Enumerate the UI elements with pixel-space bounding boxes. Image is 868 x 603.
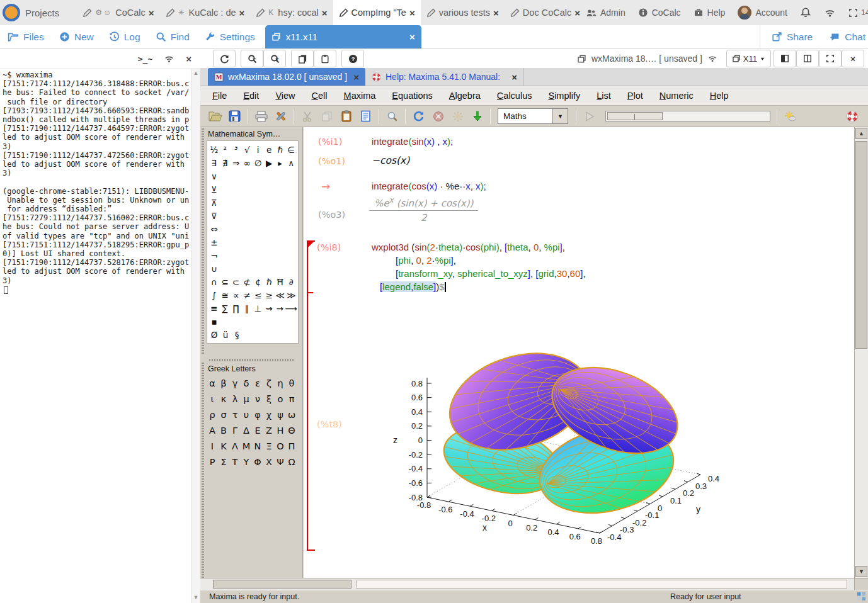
math-symbol-6[interactable]: Ħ xyxy=(275,275,286,288)
math-symbol-0[interactable]: ∃ xyxy=(208,156,220,169)
greek-letter-6[interactable]: ο xyxy=(275,391,286,407)
slider-thumb[interactable] xyxy=(607,112,663,120)
greek-letter-2[interactable]: Τ xyxy=(229,454,241,470)
animation-slider[interactable] xyxy=(605,111,770,121)
close-icon[interactable]: × xyxy=(149,8,154,18)
close-icon[interactable]: × xyxy=(511,72,517,82)
math-symbol-0[interactable]: ▪ xyxy=(208,315,220,328)
math-symbol-4[interactable]: ⇔ xyxy=(208,222,220,235)
greek-letter-7[interactable]: π xyxy=(286,391,297,407)
greek-letter-3[interactable]: Υ xyxy=(241,454,252,470)
files-button[interactable]: Files xyxy=(0,25,52,48)
greek-letter-4[interactable]: ν xyxy=(252,391,263,407)
greek-letter-5[interactable]: χ xyxy=(263,407,275,422)
math-symbol-5[interactable]: ± xyxy=(208,235,220,249)
greek-letter-3[interactable]: Δ xyxy=(241,422,252,438)
scrollbar-trough[interactable] xyxy=(356,580,847,589)
math-symbol-5[interactable]: ⇝ xyxy=(263,302,274,315)
evaluate-restart-button[interactable] xyxy=(409,108,428,125)
chevron-down-icon[interactable]: ▼ xyxy=(553,108,568,124)
menu-11[interactable]: Numeric xyxy=(651,88,702,103)
code-input[interactable]: integrate(sin(x) , x); xyxy=(372,136,453,147)
greek-letter-2[interactable]: γ xyxy=(229,375,241,391)
paste-button[interactable] xyxy=(336,108,356,125)
scrollbar-thumb[interactable] xyxy=(213,580,351,589)
math-symbol-6[interactable]: ≪ xyxy=(275,288,286,302)
account-button[interactable]: Account xyxy=(738,6,787,20)
math-symbol-3[interactable]: √ xyxy=(242,143,253,156)
code-input[interactable]: integrate(cos(x) · %e··x, x); xyxy=(372,181,486,191)
math-symbol-0[interactable]: ∨ xyxy=(208,169,220,183)
greek-letter-4[interactable]: φ xyxy=(252,407,263,422)
wifi-icon[interactable] xyxy=(164,54,174,64)
math-symbol-2[interactable]: ⊂ xyxy=(231,275,242,288)
close-icon[interactable]: × xyxy=(239,8,245,18)
projects-button[interactable]: Projects xyxy=(25,8,59,18)
math-symbol-7[interactable]: ∪ xyxy=(208,262,220,275)
copy-button[interactable] xyxy=(317,108,336,125)
evaluate-all-button[interactable] xyxy=(467,108,487,125)
help-button[interactable] xyxy=(842,108,862,125)
greek-letter-4[interactable]: Ε xyxy=(252,422,263,438)
terminal-panel[interactable]: ~$ wxmaxima[7151:7174:1112/144736.318488… xyxy=(0,68,200,603)
greek-letter-0[interactable]: α xyxy=(207,375,218,391)
close-icon[interactable]: × xyxy=(574,8,580,18)
wm-tab-wxmaxima[interactable]: wxMaxima 18.02.0 [ unsaved ] × xyxy=(208,68,365,86)
select-all-button[interactable] xyxy=(356,108,375,125)
math-symbol-7[interactable]: ⟶ xyxy=(285,302,297,315)
follow-button[interactable] xyxy=(448,108,467,125)
math-symbol-0[interactable]: Ø xyxy=(208,328,220,341)
refresh-button[interactable] xyxy=(213,50,236,67)
math-symbol-5[interactable]: ℏ xyxy=(264,275,275,288)
new-button[interactable]: New xyxy=(52,25,101,48)
greek-letter-4[interactable]: ε xyxy=(252,375,263,391)
math-symbol-2[interactable]: ⊼ xyxy=(208,196,220,209)
wizard-button[interactable] xyxy=(780,108,800,125)
greek-letter-0[interactable]: Α xyxy=(207,422,218,438)
x11-app-dropdown[interactable]: X11 xyxy=(726,50,771,67)
math-symbol-2[interactable]: ∝ xyxy=(231,288,242,302)
cell-bracket[interactable] xyxy=(307,240,315,551)
math-symbol-6[interactable]: ▸ xyxy=(275,156,286,169)
interrupt-button[interactable] xyxy=(428,108,448,125)
menu-6[interactable]: Algebra xyxy=(441,88,489,103)
math-symbol-6[interactable]: → xyxy=(275,302,285,315)
menu-4[interactable]: Maxima xyxy=(336,88,384,103)
wxplot3d-output[interactable]: 0.80.60.40.20-0.2-0.4-0.6-0.8 -0.8-0.6-0… xyxy=(378,341,731,549)
menu-5[interactable]: Equations xyxy=(384,88,441,103)
code-input-line[interactable]: wxplot3d (sin(2·theta)·cos(phi), [theta,… xyxy=(372,242,565,252)
scroll-down-icon[interactable]: ▼ xyxy=(855,566,867,577)
math-symbol-0[interactable]: ≡ xyxy=(208,302,219,315)
menu-7[interactable]: Calculus xyxy=(489,88,540,103)
pane-grip[interactable] xyxy=(202,128,204,354)
math-symbol-1[interactable]: ⊻ xyxy=(208,183,220,196)
math-symbol-7[interactable]: ∈ xyxy=(286,143,297,156)
terminal-output[interactable]: ~$ wxmaxima[7151:7174:1112/144736.318488… xyxy=(3,70,190,603)
greek-letter-0[interactable]: Ρ xyxy=(207,454,218,470)
menu-3[interactable]: Cell xyxy=(304,88,336,103)
greek-letter-6[interactable]: ψ xyxy=(275,407,286,422)
menu-9[interactable]: List xyxy=(588,88,619,103)
greek-letter-4[interactable]: Ν xyxy=(252,438,263,454)
mode-select[interactable]: Maths ▼ xyxy=(498,108,568,124)
file-tab-x11[interactable]: x11.x11 × xyxy=(265,25,421,48)
scroll-down-icon[interactable]: ▼ xyxy=(191,594,200,600)
copy-button[interactable] xyxy=(291,50,314,67)
math-symbol-3[interactable]: ≠ xyxy=(242,288,253,302)
greek-letter-5[interactable]: Ζ xyxy=(263,422,275,438)
cocalc-logo-icon[interactable] xyxy=(3,4,20,21)
math-symbol-3[interactable]: ∞ xyxy=(242,156,253,169)
math-symbol-1[interactable]: ü xyxy=(220,328,231,341)
math-symbol-5[interactable]: e xyxy=(264,143,275,156)
worksheet-vertical-scrollbar[interactable]: ▲ ▼ xyxy=(854,127,868,578)
math-symbol-4[interactable]: ∅ xyxy=(253,156,264,169)
wm-tab-help-manual[interactable]: Help: Maxima 5.41.0 Manual: × xyxy=(365,68,524,86)
math-symbol-0[interactable]: ∫ xyxy=(208,288,220,302)
close-icon[interactable]: × xyxy=(186,54,191,64)
greek-letter-5[interactable]: ξ xyxy=(263,391,275,407)
close-icon[interactable]: × xyxy=(409,31,415,42)
project-tab-hsy[interactable]: K hsy: cocal × xyxy=(250,0,333,25)
greek-letter-2[interactable]: τ xyxy=(229,407,241,422)
split-row-button[interactable] xyxy=(774,50,796,67)
greek-letter-0[interactable]: ι xyxy=(207,391,218,407)
